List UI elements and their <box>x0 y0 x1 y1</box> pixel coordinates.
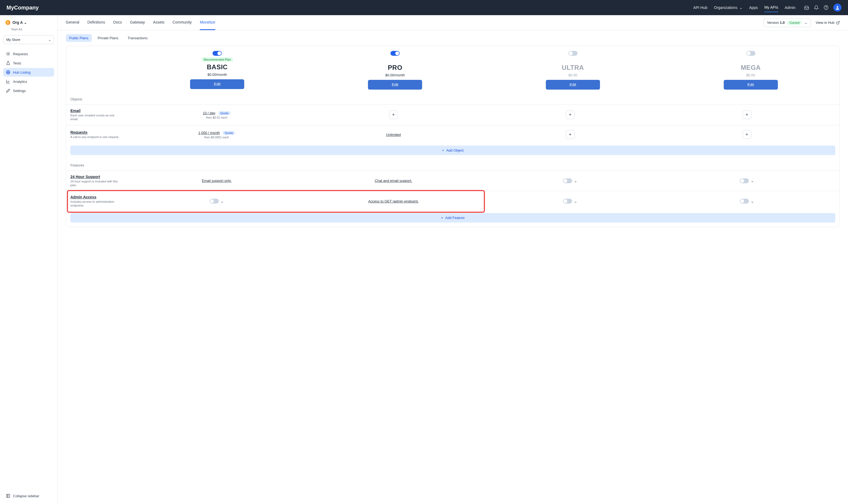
edit-plan-button[interactable]: Edit <box>190 79 244 89</box>
help-icon[interactable] <box>824 5 829 10</box>
tab-assets[interactable]: Assets <box>153 15 164 30</box>
chevron-down-icon[interactable]: ⌄ <box>574 178 577 183</box>
project-select[interactable]: My Store ⌄ <box>3 35 54 44</box>
project-name: My Store <box>6 38 20 42</box>
feature-row-support: 24 Hour Support 24 hour support is inclu… <box>66 170 840 191</box>
org-team: Team A1 <box>11 28 54 31</box>
plan-toggle[interactable] <box>213 51 222 56</box>
chevron-down-icon[interactable]: ⌄ <box>220 199 224 204</box>
chevron-down-icon[interactable]: ⌄ <box>751 199 754 204</box>
plan-pro: PRO $0.00/month Edit <box>306 46 484 93</box>
collapse-sidebar[interactable]: Collapse sidebar <box>3 491 54 501</box>
add-quota-button[interactable]: + <box>389 110 398 119</box>
add-quota-button[interactable]: + <box>743 110 751 119</box>
sidebar-item-tests[interactable]: Tests <box>3 59 54 67</box>
chevron-down-icon[interactable]: ⌄ <box>574 199 577 204</box>
org-selector[interactable]: ⊞ Org A ⌄ <box>3 18 54 26</box>
sidebar-item-requests[interactable]: Requests <box>3 50 54 58</box>
tab-gateway[interactable]: Gateway <box>130 15 145 30</box>
subtab-private-plans[interactable]: Private Plans <box>94 34 122 42</box>
chevron-down-icon[interactable]: ⌄ <box>751 178 754 183</box>
feature-title[interactable]: Admin Access <box>70 195 128 199</box>
nav-organizations[interactable]: Organizations ⌄ <box>714 3 743 12</box>
edit-plan-button[interactable]: Edit <box>546 80 600 90</box>
tab-docs[interactable]: Docs <box>113 15 122 30</box>
tab-monetize[interactable]: Monetize <box>200 15 215 30</box>
plan-name: PRO <box>388 64 402 71</box>
main: General Definitions Docs Gateway Assets … <box>58 15 848 504</box>
quota-badge: Quota <box>222 131 235 135</box>
recommended-badge: Recommended Plan <box>202 57 233 62</box>
quota-value[interactable]: 10 / day <box>203 111 215 115</box>
feature-toggle[interactable] <box>740 178 749 183</box>
feature-value[interactable]: Chat and email support. <box>375 179 412 183</box>
tab-definitions[interactable]: Definitions <box>88 15 105 30</box>
view-in-hub-link[interactable]: View in Hub <box>816 21 840 25</box>
version-label: Version 1.0 <box>767 21 784 25</box>
quota-overage: then $0.01 each <box>206 116 228 119</box>
sidebar-label: Hub Listing <box>13 70 31 74</box>
feature-toggle[interactable] <box>740 199 749 203</box>
brand-logo: MyCompany <box>6 5 687 11</box>
subtab-transactions[interactable]: Transactions <box>124 34 151 42</box>
sidebar-item-hub-listing[interactable]: Hub Listing <box>3 68 54 77</box>
object-row-requests: Requests A call to any endpoint is one r… <box>66 125 840 144</box>
sidebar-label: Requests <box>13 52 28 56</box>
edit-plan-button[interactable]: Edit <box>368 80 422 90</box>
sidebar-label: Tests <box>13 61 21 65</box>
nav-admin[interactable]: Admin <box>784 3 795 12</box>
add-object-button[interactable]: + Add Object <box>70 146 835 155</box>
avatar[interactable] <box>833 3 842 12</box>
sidebar-item-settings[interactable]: Settings <box>3 86 54 95</box>
features-section-label: Features <box>66 159 840 170</box>
chevron-down-icon: ⌄ <box>739 5 743 10</box>
feature-value[interactable]: Access to GET /admin endpoint. <box>368 199 419 203</box>
plan-price: $0.00 <box>569 73 578 77</box>
external-link-icon <box>836 21 840 25</box>
add-quota-button[interactable]: + <box>743 130 751 139</box>
add-object-label: Add Object <box>446 148 464 152</box>
quota-overage: then $0.0001 each <box>204 136 229 139</box>
feature-value[interactable]: Email support only. <box>202 179 232 183</box>
add-quota-button[interactable]: + <box>566 110 575 119</box>
sidebar: ⊞ Org A ⌄ Team A1 My Store ⌄ Requests Te… <box>0 15 58 504</box>
plan-toggle[interactable] <box>391 51 400 56</box>
plan-name: ULTRA <box>562 64 584 71</box>
add-feature-button[interactable]: + Add Feature <box>70 213 835 222</box>
quota-value[interactable]: Unlimited <box>386 133 401 137</box>
plan-ultra: ULTRA $0.00 Edit <box>484 46 662 93</box>
feature-title[interactable]: 24 Hour Support <box>70 175 128 179</box>
plan-toggle[interactable] <box>746 51 755 56</box>
add-feature-label: Add Feature <box>445 216 465 220</box>
tab-community[interactable]: Community <box>173 15 192 30</box>
current-badge: Current <box>787 21 802 25</box>
feature-toggle[interactable] <box>210 199 219 203</box>
nav-api-hub[interactable]: API Hub <box>693 3 707 12</box>
bell-icon[interactable] <box>814 5 819 10</box>
quota-value[interactable]: 1,000 / month <box>198 131 220 135</box>
feature-toggle[interactable] <box>563 199 572 203</box>
plan-toggle[interactable] <box>568 51 578 56</box>
collapse-label: Collapse sidebar <box>13 494 39 498</box>
nav-my-apis[interactable]: My APIs <box>764 3 778 12</box>
add-quota-button[interactable]: + <box>566 130 575 139</box>
quota-badge: Quota <box>218 111 231 115</box>
sidebar-label: Analytics <box>13 79 27 84</box>
feature-desc: Includes access to administration endpoi… <box>70 200 122 208</box>
object-title[interactable]: Email <box>70 109 128 113</box>
edit-plan-button[interactable]: Edit <box>724 80 778 90</box>
feature-toggle[interactable] <box>563 178 572 183</box>
inbox-icon[interactable] <box>804 5 809 10</box>
subtab-public-plans[interactable]: Public Plans <box>66 34 92 42</box>
feature-row-admin-access: Admin Access Includes access to administ… <box>66 191 840 211</box>
tab-general[interactable]: General <box>66 15 79 30</box>
sidebar-label: Settings <box>13 89 26 93</box>
plan-mega: MEGA $0.00 Edit <box>662 46 840 93</box>
sidebar-item-analytics[interactable]: Analytics <box>3 77 54 86</box>
object-title[interactable]: Requests <box>70 130 128 134</box>
plan-basic: Recommended Plan BASIC $0.00/month Edit <box>128 46 306 93</box>
object-desc: Each user emailed counts as one email. <box>70 113 122 121</box>
version-selector[interactable]: Version 1.0 Current ⌄ <box>763 18 811 27</box>
nav-apps[interactable]: Apps <box>749 3 758 12</box>
org-name: Org A <box>13 20 23 25</box>
